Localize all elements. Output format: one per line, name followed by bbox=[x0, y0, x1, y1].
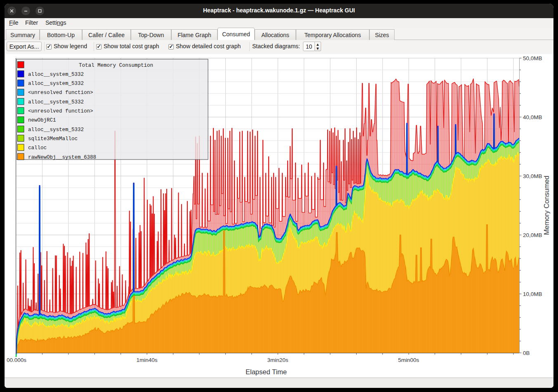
svg-text:0B: 0B bbox=[523, 350, 530, 356]
svg-text:20,0MB: 20,0MB bbox=[523, 232, 542, 238]
svg-text:1min40s: 1min40s bbox=[136, 357, 157, 363]
svg-text:newObjRC1: newObjRC1 bbox=[28, 117, 56, 123]
svg-text:Elapsed Time: Elapsed Time bbox=[246, 368, 287, 376]
svg-text:<unresolved function>: <unresolved function> bbox=[28, 90, 93, 96]
svg-text:Total Memory Consumption: Total Memory Consumption bbox=[79, 63, 153, 68]
svg-text:<unresolved function>: <unresolved function> bbox=[28, 108, 93, 114]
svg-text:30,0MB: 30,0MB bbox=[523, 173, 542, 179]
svg-text:5min00s: 5min00s bbox=[398, 357, 419, 363]
svg-text:3min20s: 3min20s bbox=[267, 357, 288, 363]
svg-text:00.000s: 00.000s bbox=[7, 357, 26, 363]
svg-text:alloc__system_5332: alloc__system_5332 bbox=[28, 72, 84, 77]
svg-text:10,0MB: 10,0MB bbox=[523, 291, 542, 297]
svg-text:Memory Consumed: Memory Consumed bbox=[543, 176, 550, 235]
svg-text:40,0MB: 40,0MB bbox=[523, 114, 542, 120]
svg-text:calloc: calloc bbox=[28, 145, 47, 151]
svg-text:rawNewObj__system_6388: rawNewObj__system_6388 bbox=[28, 155, 96, 160]
svg-text:sqlite3MemMalloc: sqlite3MemMalloc bbox=[28, 136, 78, 142]
svg-text:alloc__system_5332: alloc__system_5332 bbox=[28, 81, 84, 87]
svg-text:alloc__system_5332: alloc__system_5332 bbox=[28, 127, 84, 133]
svg-text:50,0MB: 50,0MB bbox=[523, 55, 542, 61]
svg-text:alloc__system_5332: alloc__system_5332 bbox=[28, 99, 84, 105]
